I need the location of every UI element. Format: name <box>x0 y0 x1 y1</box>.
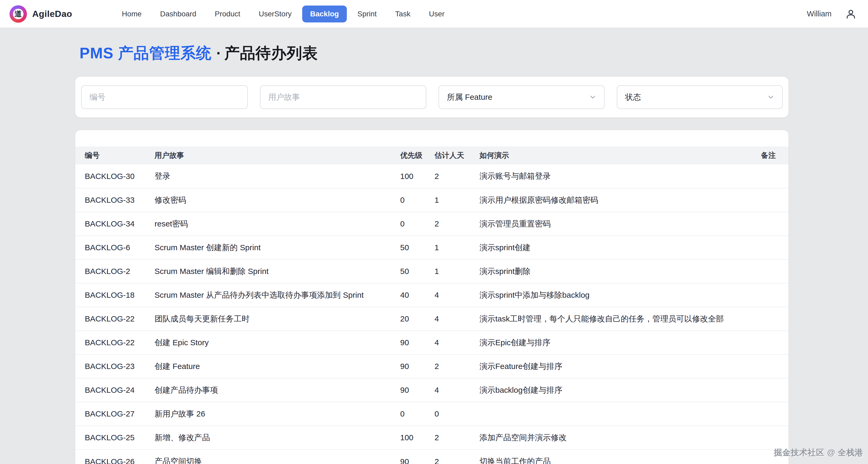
cell-backlog-id: BACKLOG-6 <box>75 236 155 260</box>
main-nav: Home Dashboard Product UserStory Backlog… <box>114 5 452 23</box>
cell-user-story: 产品空间切换 <box>155 450 400 464</box>
nav-item-sprint[interactable]: Sprint <box>349 5 384 23</box>
column-header-story: 用户故事 <box>155 146 400 164</box>
nav-item-user[interactable]: User <box>421 5 453 23</box>
cell-priority: 0 <box>400 188 435 212</box>
cell-note <box>754 378 788 402</box>
nav-item-product[interactable]: Product <box>207 5 248 23</box>
cell-backlog-id: BACKLOG-23 <box>75 355 155 378</box>
cell-backlog-id: BACKLOG-30 <box>75 164 155 188</box>
cell-note <box>754 212 788 236</box>
nav-item-backlog[interactable]: Backlog <box>302 5 347 23</box>
cell-priority: 20 <box>400 307 435 331</box>
cell-demo: 演示账号与邮箱登录 <box>479 164 754 188</box>
nav-item-userstory[interactable]: UserStory <box>251 5 300 23</box>
cell-user-story: Scrum Master 从产品待办列表中选取待办事项添加到 Sprint <box>155 283 400 307</box>
backlog-table: 编号 用户故事 优先级 估计人天 如何演示 备注 BACKLOG-30 登录 1… <box>75 146 788 464</box>
cell-demo: 切换当前工作的产品 <box>479 450 754 464</box>
cell-estimate: 1 <box>435 260 479 283</box>
cell-user-story: 创建 Feature <box>155 355 400 378</box>
cell-demo: 演示sprint删除 <box>479 260 754 283</box>
column-header-note: 备注 <box>754 146 788 164</box>
table-row[interactable]: BACKLOG-30 登录 100 2 演示账号与邮箱登录 <box>75 164 788 188</box>
table-row[interactable]: BACKLOG-27 新用户故事 26 0 0 <box>75 402 788 426</box>
cell-estimate: 2 <box>435 212 479 236</box>
table-row[interactable]: BACKLOG-22 创建 Epic Story 90 4 演示Epic创建与排… <box>75 331 788 355</box>
column-header-estimate: 估计人天 <box>435 146 479 164</box>
cell-user-story: 新用户故事 26 <box>155 402 400 426</box>
chevron-down-icon <box>589 93 597 101</box>
column-header-priority: 优先级 <box>400 146 435 164</box>
cell-backlog-id: BACKLOG-24 <box>75 378 155 402</box>
cell-backlog-id: BACKLOG-33 <box>75 188 155 212</box>
cell-priority: 90 <box>400 450 435 464</box>
table-row[interactable]: BACKLOG-18 Scrum Master 从产品待办列表中选取待办事项添加… <box>75 283 788 307</box>
backlog-id-input[interactable] <box>81 85 248 109</box>
nav-item-dashboard[interactable]: Dashboard <box>152 5 204 23</box>
cell-user-story: Scrum Master 编辑和删除 Sprint <box>155 260 400 283</box>
cell-demo: 演示Epic创建与排序 <box>479 331 754 355</box>
table-row[interactable]: BACKLOG-6 Scrum Master 创建新的 Sprint 50 1 … <box>75 236 788 260</box>
table-row[interactable]: BACKLOG-33 修改密码 0 1 演示用户根据原密码修改邮箱密码 <box>75 188 788 212</box>
user-profile-icon[interactable] <box>845 8 857 20</box>
main-content: PMS 产品管理系统·产品待办列表 所属 Feature 状态 编号 用户故事 … <box>0 43 868 464</box>
user-story-input[interactable] <box>260 85 427 109</box>
feature-select[interactable]: 所属 Feature <box>438 85 604 109</box>
feature-select-value: 所属 Feature <box>447 92 492 103</box>
cell-demo: 演示管理员重置密码 <box>479 212 754 236</box>
cell-demo: 演示backlog创建与排序 <box>479 378 754 402</box>
table-row[interactable]: BACKLOG-25 新增、修改产品 100 2 添加产品空间并演示修改 <box>75 426 788 450</box>
cell-backlog-id: BACKLOG-27 <box>75 402 155 426</box>
page-title: PMS 产品管理系统·产品待办列表 <box>80 43 788 64</box>
nav-item-home[interactable]: Home <box>114 5 150 23</box>
cell-priority: 90 <box>400 331 435 355</box>
cell-estimate: 2 <box>435 450 479 464</box>
cell-priority: 0 <box>400 402 435 426</box>
cell-priority: 50 <box>400 236 435 260</box>
cell-demo: 演示用户根据原密码修改邮箱密码 <box>479 188 754 212</box>
top-navbar: 道 AgileDao Home Dashboard Product UserSt… <box>0 0 868 28</box>
table-row[interactable]: BACKLOG-34 reset密码 0 2 演示管理员重置密码 <box>75 212 788 236</box>
chevron-down-icon <box>767 93 775 101</box>
status-select[interactable]: 状态 <box>617 85 783 109</box>
table-row[interactable]: BACKLOG-23 创建 Feature 90 2 演示Feature创建与排… <box>75 355 788 378</box>
cell-note <box>754 188 788 212</box>
cell-priority: 50 <box>400 260 435 283</box>
table-row[interactable]: BACKLOG-24 创建产品待办事项 90 4 演示backlog创建与排序 <box>75 378 788 402</box>
cell-backlog-id: BACKLOG-25 <box>75 426 155 450</box>
cell-estimate: 2 <box>435 355 479 378</box>
cell-priority: 100 <box>400 426 435 450</box>
column-header-id: 编号 <box>75 146 155 164</box>
cell-note <box>754 260 788 283</box>
page-title-section: 产品待办列表 <box>224 44 318 62</box>
cell-note <box>754 426 788 450</box>
status-select-value: 状态 <box>625 92 641 103</box>
cell-estimate: 0 <box>435 402 479 426</box>
cell-user-story: 创建 Epic Story <box>155 331 400 355</box>
backlog-table-card: 编号 用户故事 优先级 估计人天 如何演示 备注 BACKLOG-30 登录 1… <box>75 130 788 464</box>
cell-estimate: 4 <box>435 331 479 355</box>
cell-estimate: 1 <box>435 188 479 212</box>
cell-note <box>754 307 788 331</box>
cell-demo: 演示Feature创建与排序 <box>479 355 754 378</box>
cell-estimate: 2 <box>435 426 479 450</box>
cell-user-story: reset密码 <box>155 212 400 236</box>
page-title-separator: · <box>212 44 224 62</box>
cell-backlog-id: BACKLOG-34 <box>75 212 155 236</box>
cell-demo: 演示sprint创建 <box>479 236 754 260</box>
cell-priority: 90 <box>400 378 435 402</box>
cell-note <box>754 164 788 188</box>
cell-note <box>754 450 788 464</box>
cell-note <box>754 355 788 378</box>
table-row[interactable]: BACKLOG-2 Scrum Master 编辑和删除 Sprint 50 1… <box>75 260 788 283</box>
table-body: BACKLOG-30 登录 100 2 演示账号与邮箱登录 BACKLOG-33… <box>75 164 788 464</box>
cell-demo: 添加产品空间并演示修改 <box>479 426 754 450</box>
table-row[interactable]: BACKLOG-26 产品空间切换 90 2 切换当前工作的产品 <box>75 450 788 464</box>
brand-logo-icon: 道 <box>9 5 27 23</box>
page-title-app: PMS 产品管理系统 <box>80 44 212 62</box>
cell-user-story: 登录 <box>155 164 400 188</box>
cell-user-story: 修改密码 <box>155 188 400 212</box>
cell-priority: 100 <box>400 164 435 188</box>
table-row[interactable]: BACKLOG-22 团队成员每天更新任务工时 20 4 演示task工时管理，… <box>75 307 788 331</box>
nav-item-task[interactable]: Task <box>387 5 418 23</box>
